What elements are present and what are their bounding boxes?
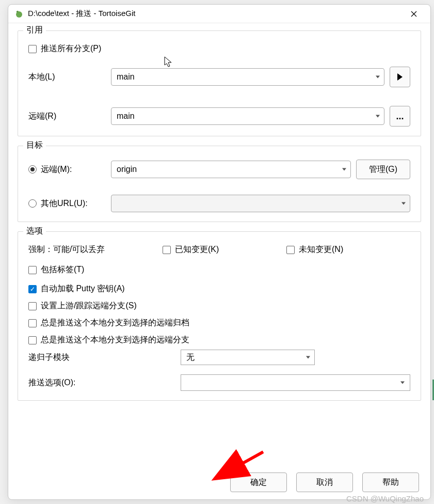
push-option-label: 推送选项(O): (28, 377, 181, 388)
chevron-down-icon (342, 168, 346, 171)
watermark: CSDN @WuQingZhao (346, 494, 424, 503)
cancel-label: 取消 (316, 477, 333, 488)
autoload-putty-checkbox[interactable] (28, 285, 37, 293)
manage-button[interactable]: 管理(G) (356, 160, 410, 179)
dialog-content: 引用 推送所有分支(P) 本地(L) main 远端(R) (8, 23, 430, 499)
dest-group: 目标 远端(M): origin 管理(G) (18, 146, 421, 222)
close-button[interactable] (404, 6, 424, 22)
chevron-down-icon (400, 382, 405, 384)
button-row: 确定 取消 帮助 (18, 472, 421, 492)
ref-group: 引用 推送所有分支(P) 本地(L) main 远端(R) (18, 30, 421, 136)
autoload-putty-label: 自动加载 Putty 密钥(A) (41, 284, 125, 294)
always-push-branch-checkbox[interactable] (28, 336, 37, 344)
local-browse-button[interactable] (390, 67, 410, 87)
local-branch-combo[interactable]: main (111, 68, 384, 86)
push-all-label: 推送所有分支(P) (41, 43, 101, 54)
set-upstream-label: 设置上游/跟踪远端分支(S) (41, 301, 137, 311)
local-label: 本地(L) (28, 72, 111, 83)
remote-branch-combo[interactable]: main (111, 107, 384, 125)
chevron-down-icon (306, 356, 310, 359)
url-radio[interactable] (28, 199, 37, 208)
unknown-changes-label: 未知变更(N) (299, 244, 343, 255)
chevron-down-icon (376, 76, 380, 78)
url-radio-label: 其他URL(U): (41, 198, 88, 209)
manage-label: 管理(G) (369, 164, 397, 175)
remote-browse-button[interactable]: ... (390, 106, 410, 127)
always-push-archive-checkbox[interactable] (28, 319, 37, 327)
window-title: D:\code\text - 推送 - TortoiseGit (28, 9, 404, 19)
include-tags-checkbox[interactable] (28, 266, 37, 274)
remote-branch-value: main (117, 112, 135, 121)
push-option-combo[interactable] (181, 374, 410, 391)
push-all-checkbox[interactable] (28, 45, 37, 53)
local-branch-value: main (117, 72, 135, 82)
ref-group-title: 引用 (23, 25, 46, 36)
help-button[interactable]: 帮助 (362, 472, 419, 492)
opts-group-title: 选项 (23, 226, 46, 237)
recurse-label: 递归子模块 (28, 352, 181, 363)
ok-button[interactable]: 确定 (230, 472, 287, 492)
always-push-branch-label: 总是推送这个本地分支到选择的远端分支 (41, 335, 189, 345)
cancel-button[interactable]: 取消 (296, 472, 353, 492)
remote-radio[interactable] (28, 165, 37, 174)
include-tags-label: 包括标签(T) (41, 264, 84, 275)
remote-name-combo[interactable]: origin (111, 161, 351, 178)
force-label: 强制：可能/可以丢弃 (28, 244, 163, 255)
always-push-archive-label: 总是推送这个本地分支到选择的远端归档 (41, 318, 189, 328)
remote-branch-label: 远端(R) (28, 111, 111, 122)
recurse-combo[interactable]: 无 (181, 350, 315, 365)
tortoisegit-icon (14, 9, 24, 19)
help-label: 帮助 (382, 477, 399, 488)
known-changes-checkbox[interactable] (163, 246, 171, 254)
url-combo (111, 195, 410, 212)
dest-group-title: 目标 (23, 140, 46, 151)
opts-group: 选项 强制：可能/可以丢弃 已知变更(K) 未知变更(N) 包括标签(T) 自动… (18, 231, 421, 401)
dialog-window: D:\code\text - 推送 - TortoiseGit 引用 推送所有分… (8, 4, 431, 500)
chevron-down-icon (376, 115, 380, 118)
recurse-value: 无 (186, 352, 195, 363)
triangle-right-icon (397, 73, 403, 81)
close-icon (411, 11, 417, 17)
title-bar: D:\code\text - 推送 - TortoiseGit (8, 5, 430, 23)
svg-marker-5 (397, 73, 403, 81)
svg-point-2 (17, 11, 18, 12)
set-upstream-checkbox[interactable] (28, 302, 37, 310)
known-changes-label: 已知变更(K) (175, 244, 219, 255)
remote-radio-label: 远端(M): (41, 164, 72, 175)
remote-name-value: origin (117, 165, 137, 174)
svg-point-1 (17, 10, 19, 12)
ok-label: 确定 (250, 477, 267, 488)
unknown-changes-checkbox[interactable] (286, 246, 295, 254)
chevron-down-icon (401, 202, 406, 205)
